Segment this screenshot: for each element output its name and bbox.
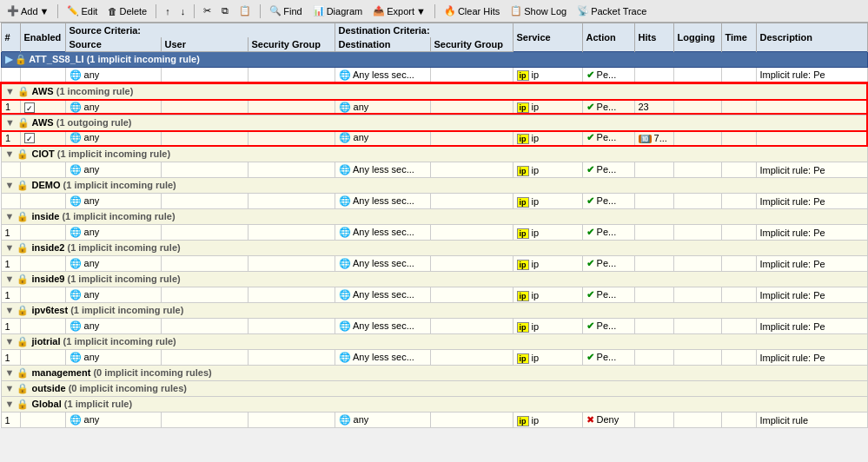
globe-icon: 🌐 [70, 102, 82, 112]
diagram-button[interactable]: 📊 Diagram [309, 4, 367, 17]
source-value: any [84, 195, 100, 206]
group-header-inside[interactable]: ▼ 🔒 inside (1 implicit incoming rule) [1, 209, 867, 225]
enabled-checkbox[interactable]: ✓ [24, 102, 35, 113]
group-subtitle: (1 implicit incoming rule) [67, 274, 180, 284]
group-expand-icon: ▼ [5, 336, 15, 346]
cut-button[interactable]: ✂ [200, 4, 215, 17]
group-icon: 🔒 [17, 180, 29, 190]
ip-badge: ip [517, 353, 529, 364]
table-row[interactable]: 1✓🌐 any🌐 anyip ip✔ Pe...🔟 7... [1, 130, 867, 146]
rules-table-container[interactable]: # Enabled Source Criteria: Destination C… [0, 23, 868, 462]
rules-table: # Enabled Source Criteria: Destination C… [0, 23, 868, 428]
group-header-outside[interactable]: ▼ 🔒 outside (0 implicit incoming rules) [1, 381, 867, 397]
group-name: ATT_SS8_LI [29, 54, 83, 64]
group-header-demo[interactable]: ▼ 🔒 DEMO (1 implicit incoming rule) [1, 178, 867, 194]
move-down-button[interactable]: ↓ [177, 5, 189, 17]
service-value: ip [532, 321, 540, 332]
add-button[interactable]: ➕ Add ▼ [3, 4, 52, 17]
service-value: ip [532, 102, 540, 112]
packet-trace-button[interactable]: 📡 Packet Trace [573, 4, 650, 17]
group-header-att_ss8[interactable]: ▶ 🔒 ATT_SS8_LI (1 implicit incoming rule… [1, 52, 867, 68]
desc-value: Implicit rule: Pe [760, 259, 825, 269]
globe-icon: 🌐 [339, 258, 351, 268]
group-expand-icon: ▼ [5, 383, 15, 393]
group-header-ciot[interactable]: ▼ 🔒 CIOT (1 implicit incoming rule) [1, 146, 867, 162]
group-header-aws_out[interactable]: ▼ 🔒 AWS (1 outgoing rule) [1, 115, 867, 130]
group-header-aws_in[interactable]: ▼ 🔒 AWS (1 incoming rule) [1, 83, 867, 100]
group-subtitle: (0 implicit incoming rules) [69, 383, 187, 393]
deny-icon: ✖ [586, 414, 594, 425]
group-expand-icon: ▼ [5, 180, 15, 190]
find-button[interactable]: 🔍 Find [266, 4, 305, 17]
table-row[interactable]: 🌐 any🌐 Any less sec...ip ip✔ Pe...Implic… [1, 162, 867, 178]
globe-icon: 🌐 [70, 414, 82, 425]
export-icon: 📤 [373, 5, 385, 16]
group-name: ipv6test [32, 305, 69, 315]
toolbar-sep-3 [194, 4, 195, 18]
group-header-jiotrial[interactable]: ▼ 🔒 jiotrial (1 implicit incoming rule) [1, 334, 867, 350]
ip-badge: ip [517, 166, 529, 176]
table-row[interactable]: 1🌐 any🌐 Any less sec...ip ip✔ Pe...Impli… [1, 350, 867, 366]
dest-value: Any less sec... [353, 352, 414, 362]
desc-value: Implicit rule: Pe [760, 321, 825, 332]
group-header-management[interactable]: ▼ 🔒 management (0 implicit incoming rule… [1, 366, 867, 381]
group-icon: 🔒 [17, 86, 30, 96]
export-dropdown-icon: ▼ [416, 6, 426, 16]
group-subtitle: (1 implicit incoming rule) [63, 336, 176, 346]
table-row[interactable]: 1✓🌐 any🌐 anyip ip✔ Pe...23 [1, 99, 867, 115]
delete-button[interactable]: 🗑 Delete [104, 5, 150, 17]
globe-icon: 🌐 [339, 164, 351, 175]
group-icon: 🔒 [17, 367, 29, 378]
globe-icon: 🌐 [70, 320, 82, 331]
table-row[interactable]: 1🌐 any🌐 Any less sec...ip ip✔ Pe...Impli… [1, 225, 867, 241]
trace-icon: 📡 [577, 5, 589, 16]
group-subtitle: (0 implicit incoming rules) [93, 367, 211, 378]
dest-value: Any less sec... [353, 258, 414, 268]
dest-value: Any less sec... [353, 195, 414, 206]
table-row[interactable]: 🌐 any🌐 Any less sec...ip ip✔ Pe...Implic… [1, 194, 867, 209]
group-expand-icon: ▼ [5, 148, 15, 159]
show-log-button[interactable]: 📋 Show Log [507, 4, 570, 17]
desc-value: Implicit rule: Pe [760, 69, 825, 80]
group-header-global[interactable]: ▼ 🔒 Global (1 implicit rule) [1, 397, 867, 412]
table-row[interactable]: 1🌐 any🌐 Any less sec...ip ip✔ Pe...Impli… [1, 287, 867, 303]
service-value: ip [532, 290, 540, 300]
group-header-inside9[interactable]: ▼ 🔒 inside9 (1 implicit incoming rule) [1, 272, 867, 287]
move-up-button[interactable]: ↑ [162, 5, 174, 17]
table-row[interactable]: 1🌐 any🌐 Any less sec...ip ip✔ Pe...Impli… [1, 319, 867, 334]
service-value: ip [532, 133, 540, 143]
group-name: DEMO [32, 180, 61, 190]
group-expand-icon: ▼ [5, 367, 15, 378]
group-subtitle: (1 incoming rule) [56, 86, 134, 96]
group-header-inside2[interactable]: ▼ 🔒 inside2 (1 implicit incoming rule) [1, 241, 867, 256]
table-row[interactable]: 1🌐 any🌐 anyip ip✖ DenyImplicit rule [1, 412, 867, 428]
log-icon: 📋 [510, 5, 522, 16]
edit-button[interactable]: ✏️ Edit [63, 4, 101, 17]
check-icon: ✔ [586, 164, 594, 175]
desc-value: Implicit rule: Pe [760, 290, 825, 300]
service-value: ip [532, 165, 540, 175]
export-button[interactable]: 📤 Export ▼ [369, 4, 429, 17]
clear-hits-button[interactable]: 🔥 Clear Hits [441, 4, 503, 17]
group-header-ipv6test[interactable]: ▼ 🔒 ipv6test (1 implicit incoming rule) [1, 303, 867, 319]
action-value: Pe... [597, 195, 617, 206]
col-header-sg-source: Security Group [248, 37, 335, 52]
group-icon: 🔒 [17, 399, 29, 409]
copy-button[interactable]: ⧉ [218, 4, 232, 17]
col-header-enabled: Enabled [20, 23, 65, 52]
enabled-checkbox[interactable]: ✓ [24, 133, 35, 143]
group-subtitle: (1 implicit incoming rule) [62, 211, 175, 221]
paste-button[interactable]: 📋 [235, 4, 255, 17]
dest-value: Any less sec... [353, 69, 414, 80]
service-value: ip [532, 196, 540, 207]
action-value: Pe... [597, 227, 617, 237]
check-icon: ✔ [586, 320, 594, 331]
table-row[interactable]: 🌐 any🌐 Any less sec...ip ip✔ Pe...Implic… [1, 68, 867, 83]
col-header-destination: Destination [335, 37, 430, 52]
source-value: any [84, 164, 100, 175]
toolbar-sep-5 [434, 4, 435, 18]
check-icon: ✔ [586, 102, 594, 112]
globe-icon: 🌐 [70, 352, 82, 362]
toolbar: ➕ Add ▼ ✏️ Edit 🗑 Delete ↑ ↓ ✂ ⧉ 📋 🔍 Fin… [0, 0, 868, 23]
table-row[interactable]: 1🌐 any🌐 Any less sec...ip ip✔ Pe...Impli… [1, 256, 867, 272]
